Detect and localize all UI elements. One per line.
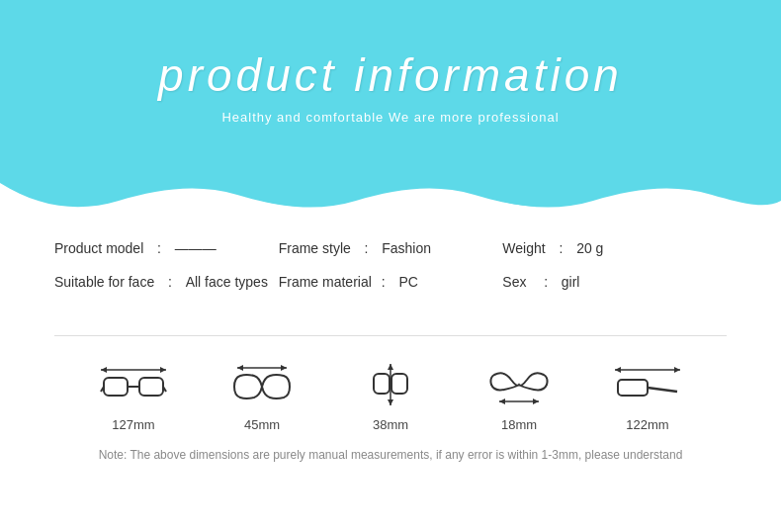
model-value: ——— [175, 240, 217, 256]
svg-marker-1 [101, 367, 107, 373]
dimension-label-1: 45mm [244, 417, 280, 432]
header-section: product information Healthy and comforta… [0, 0, 781, 173]
svg-rect-3 [104, 378, 128, 396]
model-item: Product model : ——— [54, 240, 279, 256]
material-value: PC [398, 274, 417, 290]
svg-marker-19 [499, 399, 505, 404]
bridge-height-icon [356, 360, 425, 409]
page-title: product information [158, 48, 623, 102]
svg-marker-22 [615, 367, 621, 373]
frame-style-value: Fashion [382, 240, 431, 256]
note-section: Note: The above dimensions are purely ma… [0, 432, 781, 462]
weight-item: Weight : 20 g [502, 240, 727, 256]
dimension-item-3: 18mm [484, 360, 554, 432]
dimension-item-2: 38mm [356, 360, 425, 432]
frame-style-item: Frame style : Fashion [279, 240, 503, 256]
svg-rect-15 [374, 374, 390, 394]
material-item: Frame material : PC [279, 274, 503, 290]
dimension-label-0: 127mm [112, 417, 154, 432]
weight-colon: : [552, 240, 570, 256]
sex-label: Sex [502, 274, 526, 290]
dimension-item-0: 127mm [99, 360, 168, 432]
weight-label: Weight [502, 240, 545, 256]
model-colon: : [149, 240, 168, 256]
temple-length-icon [613, 360, 682, 409]
svg-marker-14 [388, 399, 393, 405]
svg-marker-23 [674, 367, 680, 373]
face-item: Suitable for face : All face types [54, 274, 279, 290]
svg-rect-4 [139, 378, 163, 396]
section-divider [54, 335, 727, 336]
frame-style-colon: : [357, 240, 376, 256]
face-colon: : [160, 274, 179, 290]
sex-value: girl [562, 274, 580, 290]
svg-marker-2 [160, 367, 166, 373]
dimension-label-2: 38mm [373, 417, 408, 432]
info-row-1: Product model : ——— Frame style : Fashio… [54, 240, 727, 256]
dimensions-section: 127mm 45mm [0, 360, 781, 432]
info-row-2: Suitable for face : All face types Frame… [54, 274, 727, 290]
svg-line-25 [648, 388, 677, 392]
dimension-label-4: 122mm [626, 417, 668, 432]
bridge-width-icon [484, 360, 554, 409]
header-subtitle: Healthy and comfortable We are more prof… [221, 110, 559, 125]
sex-item: Sex : girl [502, 274, 727, 290]
svg-marker-13 [388, 364, 393, 370]
svg-marker-9 [237, 365, 243, 371]
lens-height-icon [227, 360, 297, 409]
material-label: Frame material [279, 274, 372, 290]
svg-rect-24 [618, 380, 648, 396]
svg-marker-20 [533, 399, 539, 404]
sex-colon: : [532, 274, 555, 290]
note-text: Note: The above dimensions are purely ma… [40, 448, 741, 462]
lens-width-icon [99, 360, 168, 409]
face-label: Suitable for face [54, 274, 154, 290]
svg-marker-10 [281, 365, 287, 371]
dimension-item-1: 45mm [227, 360, 297, 432]
info-section: Product model : ——— Frame style : Fashio… [0, 213, 781, 327]
frame-style-label: Frame style [279, 240, 351, 256]
dimension-label-3: 18mm [501, 417, 537, 432]
model-label: Product model [54, 240, 143, 256]
dimension-item-4: 122mm [613, 360, 682, 432]
face-value: All face types [186, 274, 268, 290]
material-colon: : [378, 274, 393, 290]
wave-decoration [0, 173, 781, 213]
svg-rect-16 [391, 374, 407, 394]
weight-value: 20 g [576, 240, 603, 256]
